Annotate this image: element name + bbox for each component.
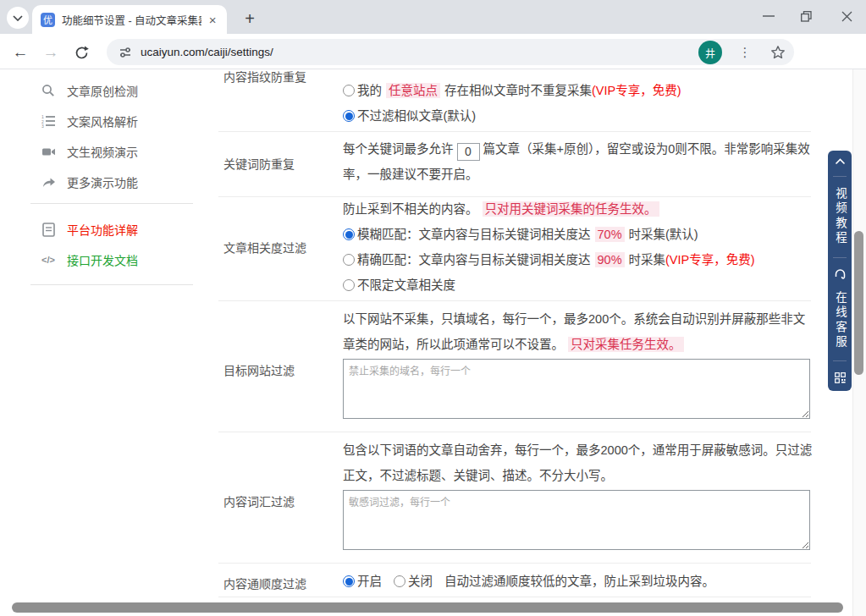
window-close-button[interactable]	[828, 0, 865, 32]
radio-option-no-filter[interactable]: 不过滤相似文章(默认)	[343, 103, 813, 129]
headset-icon[interactable]	[834, 268, 847, 280]
text: 每个关键词最多允许	[343, 142, 454, 156]
sidebar-item-platform-features[interactable]: 平台功能详解	[41, 221, 138, 238]
percent-badge: 90%	[595, 252, 625, 267]
tab-search-button[interactable]	[7, 7, 29, 29]
collapse-chevron-icon[interactable]	[835, 158, 846, 165]
field-label-fingerprint-dedupe: 内容指纹防重复	[223, 68, 306, 85]
ordered-list-icon: 123	[41, 113, 56, 129]
max-articles-input[interactable]	[457, 143, 480, 161]
sidebar-item-style-analysis[interactable]: 123 文案风格解析	[41, 113, 138, 129]
sidebar-item-label: 接口开发文档	[67, 251, 138, 268]
bookmark-star-icon[interactable]	[770, 45, 786, 60]
document-icon	[41, 222, 56, 237]
field-label-relevance-filter: 文章相关度过滤	[223, 239, 306, 256]
option-text: 时采集	[629, 253, 666, 267]
code-icon: </>	[41, 252, 56, 267]
widget-divider	[833, 176, 847, 177]
sidebar-item-label: 更多演示功能	[67, 173, 138, 190]
sensitive-words-textarea[interactable]	[343, 490, 810, 550]
floating-help-widget: 视频教程 在线客服	[828, 151, 852, 391]
window-restore-button[interactable]	[787, 0, 825, 32]
sidebar-item-label: 文生视频演示	[67, 143, 138, 160]
radio-selected-icon[interactable]	[343, 228, 355, 240]
sidebar-item-api-docs[interactable]: </> 接口开发文档	[41, 251, 138, 268]
row-divider	[218, 432, 811, 432]
browser-window: 文章原创检测 123 文案风格解析 文生视频演示 更多演示功能 平台功能详解 <…	[0, 0, 866, 616]
sidebar-item-text-to-video[interactable]: 文生视频演示	[41, 143, 138, 160]
vip-note: (VIP专享，免费)	[665, 253, 755, 267]
relevance-options: 防止采到不相关的内容。只对用关键词采集的任务生效。 模糊匹配：文章内容与目标关键…	[343, 196, 813, 298]
option-text: 开启	[357, 575, 382, 588]
radio-option-off[interactable]: 关闭	[394, 575, 433, 588]
sidebar-item-label: 文案风格解析	[67, 113, 138, 129]
sidebar-item-more-demos[interactable]: 更多演示功能	[41, 173, 138, 190]
sidebar-divider	[30, 203, 193, 204]
option-text: 模糊匹配：文章内容与目标关键词相关度达	[357, 228, 591, 241]
option-text: 不过滤相似文章(默认)	[357, 109, 476, 123]
option-text: 精确匹配：文章内容与目标关键词相关度达	[357, 253, 591, 267]
site-favicon: 优	[41, 13, 55, 27]
field-label-fluency-filter: 内容通顺度过滤	[223, 575, 306, 591]
option-text: 时采集(默认)	[629, 228, 698, 241]
row-divider	[218, 300, 811, 301]
window-minimize-button[interactable]	[750, 0, 787, 32]
text: 防止采到不相关的内容。	[343, 202, 478, 216]
tab-strip: 优 功能细节设置 - 自动文章采集器 × +	[0, 0, 866, 34]
vertical-scrollbar-thumb[interactable]	[854, 231, 863, 375]
video-tutorial-button[interactable]: 视频教程	[831, 187, 848, 246]
radio-icon[interactable]	[343, 85, 355, 96]
online-service-button[interactable]: 在线客服	[831, 291, 848, 350]
radio-option-my-sites[interactable]: 我的任意站点存在相似文章时不重复采集(VIP专享，免费)	[343, 78, 813, 103]
highlight-note: 只对用关键词采集的任务生效。	[483, 201, 659, 217]
word-filter-desc: 包含以下词语的文章自动舍弃，每行一个，最多2000个，通常用于屏蔽敏感词。只过滤…	[343, 437, 813, 488]
share-arrow-icon	[41, 174, 56, 190]
new-tab-button[interactable]: +	[239, 8, 261, 30]
active-tab[interactable]: 优 功能细节设置 - 自动文章采集器 ×	[32, 5, 227, 34]
option-text: 存在相似文章时不重复采集	[444, 84, 592, 97]
radio-option-fuzzy-match[interactable]: 模糊匹配：文章内容与目标关键词相关度达70%时采集(默认)	[343, 222, 813, 247]
option-text: 关闭	[408, 575, 433, 588]
reload-button[interactable]	[71, 42, 91, 63]
browser-menu-icon[interactable]: ⋮	[736, 42, 754, 63]
tab-close-icon[interactable]: ×	[205, 12, 220, 27]
sidebar-item-label: 平台功能详解	[67, 221, 138, 238]
radio-option-exact-match[interactable]: 精确匹配：文章内容与目标关键词相关度达90%时采集(VIP专享，免费)	[343, 247, 813, 272]
horizontal-scrollbar-thumb[interactable]	[12, 602, 843, 613]
field-label-site-filter: 目标网站过滤	[223, 361, 295, 378]
radio-option-no-limit[interactable]: 不限定文章相关度	[343, 272, 813, 298]
video-camera-icon	[41, 144, 56, 159]
radio-selected-icon[interactable]	[343, 110, 355, 122]
radio-option-on[interactable]: 开启	[343, 575, 382, 588]
radio-icon[interactable]	[343, 254, 355, 266]
fluency-desc: 自动过滤通顺度较低的文章，防止采到垃圾内容。	[444, 575, 714, 588]
vip-note: (VIP专享，免费)	[592, 84, 681, 97]
relevance-desc: 防止采到不相关的内容。只对用关键词采集的任务生效。	[343, 196, 813, 222]
profile-avatar[interactable]: 井	[698, 41, 722, 64]
option-text: 我的	[357, 84, 382, 97]
address-bar[interactable]: ucaiyun.com/caiji/settings/	[107, 39, 794, 65]
blocked-domains-textarea[interactable]	[343, 359, 810, 419]
qr-code-icon[interactable]	[835, 372, 846, 383]
forward-button[interactable]: →	[41, 42, 61, 63]
site-info-icon[interactable]	[119, 46, 132, 59]
url-text[interactable]: ucaiyun.com/caiji/settings/	[141, 46, 770, 58]
sidebar-item-label: 文章原创检测	[67, 82, 138, 99]
row-divider	[218, 563, 811, 564]
site-link[interactable]: 任意站点	[386, 83, 440, 98]
fluency-options: 开启 关闭 自动过滤通顺度较低的文章，防止采到垃圾内容。	[343, 569, 813, 594]
highlight-note: 只对采集任务生效。	[568, 337, 684, 352]
radio-icon[interactable]	[343, 279, 355, 291]
back-button[interactable]: ←	[10, 42, 30, 63]
tab-title: 功能细节设置 - 自动文章采集器	[62, 12, 201, 28]
radio-selected-icon[interactable]	[343, 575, 355, 587]
option-text: 不限定文章相关度	[357, 278, 455, 292]
field-label-keyword-dedupe: 关键词防重复	[223, 155, 295, 172]
widget-divider	[833, 360, 847, 361]
radio-icon[interactable]	[394, 575, 405, 587]
percent-badge: 70%	[595, 227, 625, 242]
row-divider	[218, 131, 811, 132]
site-filter-desc: 以下网站不采集，只填域名，每行一个，最多200个。系统会自动识别并屏蔽那些非文章…	[343, 306, 813, 357]
sidebar-item-originality-check[interactable]: 文章原创检测	[41, 82, 138, 99]
svg-text:3: 3	[41, 124, 44, 128]
